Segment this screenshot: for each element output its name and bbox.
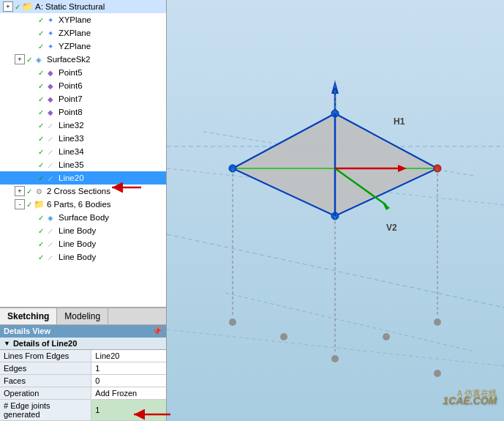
details-view: Details View 📌 ▼ Details of Line20 Lines… (0, 324, 166, 421)
tree-item-6parts[interactable]: -✓📁6 Parts, 6 Bodies (0, 198, 166, 211)
tree-item-label: XYPlane (59, 15, 91, 24)
pin-icon: 📌 (152, 327, 162, 336)
expand-btn[interactable]: + (15, 54, 25, 64)
collapse-icon: ▼ (4, 340, 10, 347)
tree-item-line32[interactable]: ✓⟋Line32 (0, 119, 166, 132)
check-icon: ✓ (38, 108, 44, 116)
check-icon: ✓ (38, 161, 44, 169)
folder-icon: 📁 (21, 1, 33, 12)
tree-item-label: Line Body (59, 239, 96, 248)
details-row-1: Edges 1 (0, 362, 166, 375)
details-header: Details View 📌 (0, 325, 166, 338)
check-icon: ✓ (15, 3, 20, 11)
check-icon: ✓ (38, 227, 44, 235)
details-row-label: Faces (0, 375, 91, 387)
details-table: Lines From Edges Line20 Edges 1 Faces 0 … (0, 350, 166, 421)
check-icon: ✓ (38, 174, 44, 182)
tree-item-line20[interactable]: ✓⟋Line20 (0, 171, 166, 185)
plane-icon: ✦ (45, 14, 56, 26)
diamond-icon: ◆ (45, 67, 56, 78)
check-icon: ✓ (38, 214, 44, 222)
diamond-icon: ◆ (45, 80, 56, 92)
tree-item-point6[interactable]: ✓◆Point6 (0, 79, 166, 92)
expand-btn[interactable]: + (3, 1, 13, 12)
tree-item-linebody2[interactable]: ✓⟋Line Body (0, 237, 166, 250)
tree-item-label: Surface Body (59, 213, 109, 222)
check-icon: ✓ (38, 16, 44, 24)
details-row-label: Lines From Edges (0, 350, 91, 362)
diamond-icon: ◆ (45, 93, 56, 105)
plane-icon: ✦ (45, 27, 56, 39)
surface-icon: ◈ (45, 212, 56, 223)
tree-item-point5[interactable]: ✓◆Point5 (0, 66, 166, 79)
svg-point-25 (331, 355, 339, 362)
tree-item-line35[interactable]: ✓⟋Line35 (0, 158, 166, 171)
check-icon: ✓ (38, 253, 44, 261)
details-header-label: Details View (4, 327, 50, 336)
svg-point-29 (280, 333, 287, 340)
line-icon: ⟋ (45, 159, 56, 171)
scene-svg: H1 V2 (167, 0, 504, 421)
check-icon: ✓ (38, 82, 44, 90)
tab-sketching[interactable]: Sketching (0, 308, 57, 324)
details-row-value: 1 (91, 362, 166, 375)
tree-item-zxplane[interactable]: ✓✦ZXPlane (0, 26, 166, 40)
svg-point-28 (383, 333, 390, 340)
company-label: A 仿真在线 (456, 388, 497, 399)
tree-item-line34[interactable]: ✓⟋Line34 (0, 145, 166, 158)
tree-area: +✓📁A: Static Structural✓✦XYPlane✓✦ZXPlan… (0, 0, 166, 308)
details-row-4: # Edge joints generated 1 (0, 400, 166, 421)
tree-item-line33[interactable]: ✓⟋Line33 (0, 132, 166, 145)
tree-item-label: Line35 (59, 160, 84, 169)
line-icon: ⟋ (45, 251, 56, 263)
tree-item-cross-sections[interactable]: +✓⚙2 Cross Sections (0, 185, 166, 198)
check-icon: ✓ (38, 135, 44, 143)
details-row-label: Operation (0, 387, 91, 400)
expand-btn[interactable]: - (15, 199, 25, 209)
check-icon: ✓ (38, 69, 44, 77)
tree-item-xyplane[interactable]: ✓✦XYPlane (0, 13, 166, 26)
tree-item-linebody1[interactable]: ✓⟋Line Body (0, 224, 166, 237)
line-icon: ⟋ (45, 172, 56, 184)
tree-item-surfacesk2[interactable]: +✓◈SurfaceSk2 (0, 53, 166, 66)
tree-item-yzplane[interactable]: ✓✦YZPlane (0, 40, 166, 53)
tree-item-label: Point7 (59, 94, 83, 103)
details-subheader: ▼ Details of Line20 (0, 338, 166, 350)
check-icon: ✓ (26, 201, 32, 209)
tree-item-label: YZPlane (59, 42, 91, 51)
tree-item-label: 2 Cross Sections (47, 187, 110, 195)
details-row-label: Edges (0, 362, 91, 375)
tree-item-label: Point5 (59, 68, 83, 77)
check-icon: ✓ (38, 240, 44, 248)
tree-item-label: Point8 (59, 108, 83, 116)
tree-item-label: SurfaceSk2 (47, 55, 90, 64)
tree-item-linebody3[interactable]: ✓⟋Line Body (0, 250, 166, 264)
tree-item-label: Point6 (59, 81, 83, 90)
details-subheader-label: Details of Line20 (13, 339, 77, 348)
gear-icon: ⚙ (33, 185, 45, 197)
tree-item-label: 6 Parts, 6 Bodies (47, 200, 111, 209)
details-row-3: Operation Add Frozen (0, 387, 166, 400)
expand-btn[interactable]: + (15, 186, 25, 196)
tree-item-point8[interactable]: ✓◆Point8 (0, 105, 166, 119)
viewport: H1 V2 1CAE.COM A 仿真在线 (167, 0, 504, 421)
tab-modeling[interactable]: Modeling (57, 308, 108, 324)
check-icon: ✓ (38, 42, 44, 51)
details-row-value: Line20 (91, 350, 166, 362)
check-icon: ✓ (26, 56, 32, 64)
tree-item-point7[interactable]: ✓◆Point7 (0, 92, 166, 105)
tree-item-label: Line Body (59, 253, 96, 261)
check-icon: ✓ (38, 95, 44, 103)
svg-point-26 (229, 318, 236, 326)
left-panel: +✓📁A: Static Structural✓✦XYPlane✓✦ZXPlan… (0, 0, 167, 421)
svg-point-30 (434, 370, 441, 377)
svg-point-27 (434, 318, 441, 326)
tree-scroll[interactable]: +✓📁A: Static Structural✓✦XYPlane✓✦ZXPlan… (0, 0, 166, 307)
line-icon: ⟋ (45, 119, 56, 131)
tree-item-label: Line34 (59, 147, 84, 156)
line-icon: ⟋ (45, 238, 56, 250)
details-row-0: Lines From Edges Line20 (0, 350, 166, 362)
tree-item-static-structural[interactable]: +✓📁A: Static Structural (0, 0, 166, 13)
tree-item-surfacebody[interactable]: ✓◈Surface Body (0, 211, 166, 224)
plane-icon: ✦ (45, 40, 56, 52)
